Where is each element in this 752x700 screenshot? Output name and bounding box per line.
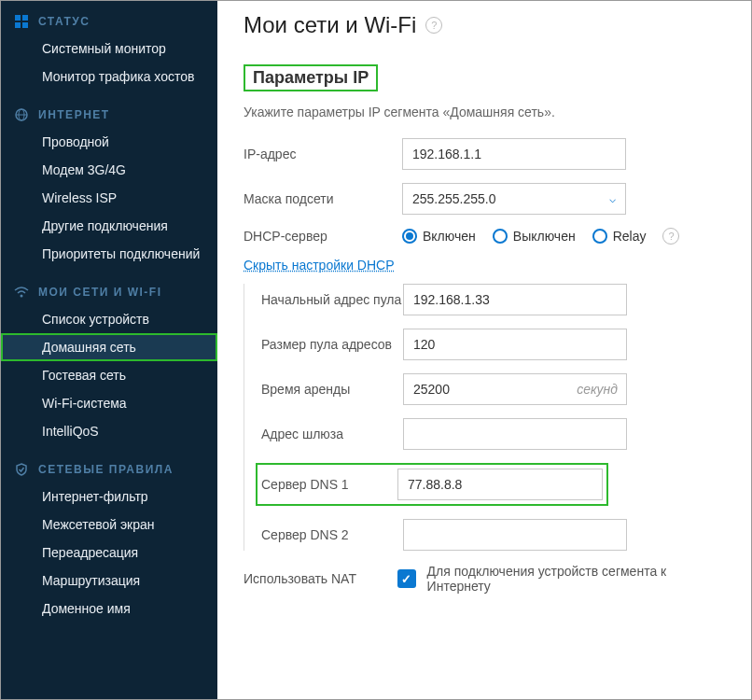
- nav-item-guest-network[interactable]: Гостевая сеть: [1, 361, 217, 389]
- radio-label: Выключен: [513, 229, 576, 244]
- nav-item-intelliqos[interactable]: IntelliQoS: [1, 417, 217, 445]
- dashboard-icon: [14, 14, 29, 29]
- label-subnet-mask: Маска подсети: [244, 191, 402, 206]
- radio-icon: [493, 229, 508, 244]
- input-dns1[interactable]: [397, 469, 603, 500]
- nat-desc: Для подключения устройств сегмента к Инт…: [427, 564, 725, 594]
- nav-header-internet[interactable]: ИНТЕРНЕТ: [1, 102, 217, 128]
- nav-section-networks: МОИ СЕТИ И WI-FI Список устройств Домашн…: [1, 279, 217, 445]
- dns1-highlight: Сервер DNS 1: [256, 463, 608, 506]
- svg-rect-3: [22, 22, 28, 28]
- row-nat: Использовать NAT ✓ Для подключения устро…: [244, 564, 725, 594]
- nav-item-system-monitor[interactable]: Системный монитор: [1, 35, 217, 63]
- nav-item-home-network[interactable]: Домашняя сеть: [1, 333, 217, 361]
- row-dhcp-server: DHCP-сервер Включен Выключен Relay ?: [244, 228, 725, 245]
- nav-section-rules: СЕТЕВЫЕ ПРАВИЛА Интернет-фильтр Межсетев…: [1, 456, 217, 623]
- label-ip-address: IP-адрес: [244, 147, 402, 161]
- input-pool-start[interactable]: [403, 284, 627, 315]
- row-lease-time: Время аренды секунд: [261, 373, 725, 405]
- nav-header-label: СЕТЕВЫЕ ПРАВИЛА: [38, 463, 174, 476]
- row-gateway: Адрес шлюза: [261, 418, 725, 450]
- nav-section-internet: ИНТЕРНЕТ Проводной Модем 3G/4G Wireless …: [1, 102, 217, 268]
- shield-icon: [14, 462, 29, 477]
- nav-header-label: ИНТЕРНЕТ: [38, 108, 110, 121]
- chevron-down-icon: ⌵: [609, 192, 616, 205]
- row-subnet-mask: Маска подсети 255.255.255.0 ⌵: [244, 183, 725, 215]
- nav-section-status: СТАТУС Системный монитор Монитор трафика…: [1, 8, 217, 91]
- label-lease-time: Время аренды: [261, 382, 403, 397]
- row-dns1: Сервер DNS 1: [261, 463, 725, 506]
- nav-item-wifi-system[interactable]: Wi-Fi-система: [1, 389, 217, 417]
- nav-item-priorities[interactable]: Приоритеты подключений: [1, 240, 217, 268]
- row-pool-start: Начальный адрес пула: [261, 284, 725, 315]
- nav-item-other-connections[interactable]: Другие подключения: [1, 212, 217, 240]
- radio-label: Relay: [613, 229, 647, 244]
- nav-item-traffic-monitor[interactable]: Монитор трафика хостов: [1, 63, 217, 91]
- svg-rect-2: [15, 22, 21, 28]
- main-content: Мои сети и Wi-Fi ? Параметры IP Укажите …: [217, 1, 751, 699]
- nav-header-label: СТАТУС: [38, 15, 90, 28]
- label-gateway: Адрес шлюза: [261, 427, 403, 441]
- link-hide-dhcp[interactable]: Скрыть настройки DHCP: [244, 258, 395, 273]
- globe-icon: [14, 107, 29, 122]
- radio-label: Включен: [423, 229, 476, 244]
- lease-unit: секунд: [577, 382, 618, 397]
- checkbox-nat[interactable]: ✓: [397, 569, 415, 588]
- input-ip-address[interactable]: [402, 138, 626, 170]
- nav-item-devices[interactable]: Список устройств: [1, 305, 217, 333]
- select-subnet-mask[interactable]: 255.255.255.0 ⌵: [402, 183, 626, 215]
- row-pool-size: Размер пула адресов: [261, 329, 725, 360]
- nav-header-label: МОИ СЕТИ И WI-FI: [38, 286, 162, 299]
- row-dns2: Сервер DNS 2: [261, 519, 725, 551]
- sidebar: СТАТУС Системный монитор Монитор трафика…: [1, 1, 217, 699]
- help-icon[interactable]: ?: [662, 228, 679, 245]
- select-value: 255.255.255.0: [412, 191, 496, 206]
- help-icon[interactable]: ?: [425, 17, 442, 34]
- radio-icon: [592, 229, 607, 244]
- row-ip-address: IP-адрес: [244, 138, 725, 170]
- radio-dhcp-off[interactable]: Выключен: [493, 229, 576, 244]
- page-title: Мои сети и Wi-Fi ?: [244, 12, 725, 38]
- nav-item-firewall[interactable]: Межсетевой экран: [1, 511, 217, 539]
- label-pool-start: Начальный адрес пула: [261, 292, 403, 307]
- label-dns1: Сервер DNS 1: [261, 477, 397, 492]
- nav-item-modem[interactable]: Модем 3G/4G: [1, 156, 217, 184]
- section-title-ip: Параметры IP: [244, 64, 378, 91]
- nav-header-networks[interactable]: МОИ СЕТИ И WI-FI: [1, 279, 217, 305]
- radio-dhcp-on[interactable]: Включен: [402, 229, 476, 244]
- page-title-text: Мои сети и Wi-Fi: [244, 12, 416, 38]
- label-pool-size: Размер пула адресов: [261, 337, 403, 352]
- nav-item-forwarding[interactable]: Переадресация: [1, 539, 217, 567]
- nav-header-rules[interactable]: СЕТЕВЫЕ ПРАВИЛА: [1, 456, 217, 483]
- label-dhcp-server: DHCP-сервер: [244, 229, 402, 244]
- label-nat: Использовать NAT: [244, 571, 397, 586]
- radio-dhcp-relay[interactable]: Relay: [592, 229, 647, 244]
- nav-item-routing[interactable]: Маршрутизация: [1, 567, 217, 595]
- nav-item-wisp[interactable]: Wireless ISP: [1, 184, 217, 212]
- dhcp-settings: Начальный адрес пула Размер пула адресов…: [244, 284, 725, 551]
- radio-icon: [402, 229, 417, 244]
- svg-rect-1: [22, 15, 28, 21]
- nav-item-domain-name[interactable]: Доменное имя: [1, 595, 217, 623]
- nav-item-internet-filter[interactable]: Интернет-фильтр: [1, 483, 217, 511]
- section-desc: Укажите параметры IP сегмента «Домашняя …: [244, 105, 725, 119]
- svg-rect-0: [15, 15, 21, 21]
- dhcp-radio-group: Включен Выключен Relay ?: [402, 228, 679, 245]
- label-dns2: Сервер DNS 2: [261, 527, 403, 542]
- nav-item-wired[interactable]: Проводной: [1, 128, 217, 156]
- input-dns2[interactable]: [403, 519, 627, 551]
- input-pool-size[interactable]: [403, 329, 627, 360]
- svg-point-7: [21, 295, 23, 298]
- input-gateway[interactable]: [403, 418, 627, 450]
- wifi-icon: [14, 285, 29, 300]
- nav-header-status[interactable]: СТАТУС: [1, 8, 217, 35]
